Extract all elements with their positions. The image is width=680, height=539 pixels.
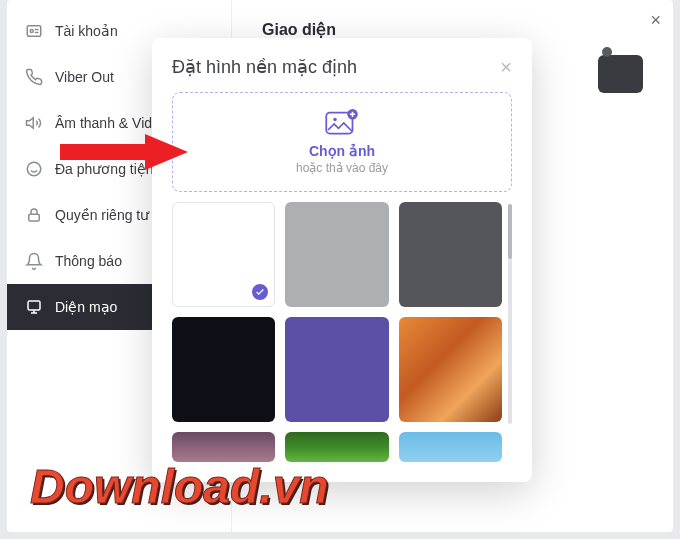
svg-rect-4 (28, 301, 40, 310)
background-thumb[interactable] (285, 317, 388, 422)
lock-icon (25, 206, 43, 224)
bell-icon (25, 252, 43, 270)
background-thumb[interactable] (172, 202, 275, 307)
svg-point-1 (30, 30, 33, 33)
close-icon[interactable]: × (500, 57, 512, 77)
sidebar-item-label: Đa phương tiện (55, 161, 154, 177)
sidebar-item-label: Âm thanh & Video (55, 115, 168, 131)
background-thumb[interactable] (399, 317, 502, 422)
dropzone-label: Chọn ảnh (309, 143, 375, 159)
palette-icon (25, 298, 43, 316)
thumbs-scrollbar[interactable] (508, 204, 512, 424)
background-thumb[interactable] (172, 432, 275, 462)
phone-icon (25, 68, 43, 86)
background-thumb[interactable] (399, 432, 502, 462)
selected-check-icon (252, 284, 268, 300)
sidebar-item-label: Diện mạo (55, 299, 117, 315)
close-settings-button[interactable]: × (650, 10, 661, 31)
svg-rect-3 (29, 214, 40, 221)
page-title: Giao diện (262, 20, 643, 39)
modal-header: Đặt hình nền mặc định × (172, 56, 512, 78)
dropzone-sublabel: hoặc thả vào đây (296, 161, 388, 175)
account-icon (25, 22, 43, 40)
background-thumb[interactable] (172, 317, 275, 422)
background-thumbs-grid (172, 202, 502, 462)
set-default-background-modal: Đặt hình nền mặc định × Chọn ảnh hoặc th… (152, 38, 532, 482)
background-thumb[interactable] (285, 432, 388, 462)
upload-dropzone[interactable]: Chọn ảnh hoặc thả vào đây (172, 92, 512, 192)
theme-preview-thumb[interactable] (598, 55, 643, 93)
modal-title: Đặt hình nền mặc định (172, 56, 357, 78)
image-plus-icon (324, 109, 360, 137)
smile-icon (25, 160, 43, 178)
sidebar-item-label: Tài khoản (55, 23, 118, 39)
speaker-icon (25, 114, 43, 132)
background-thumb[interactable] (285, 202, 388, 307)
sidebar-item-label: Thông báo (55, 253, 122, 269)
svg-point-2 (27, 162, 41, 176)
svg-point-5 (333, 118, 337, 122)
sidebar-item-label: Viber Out (55, 69, 114, 85)
background-thumb[interactable] (399, 202, 502, 307)
